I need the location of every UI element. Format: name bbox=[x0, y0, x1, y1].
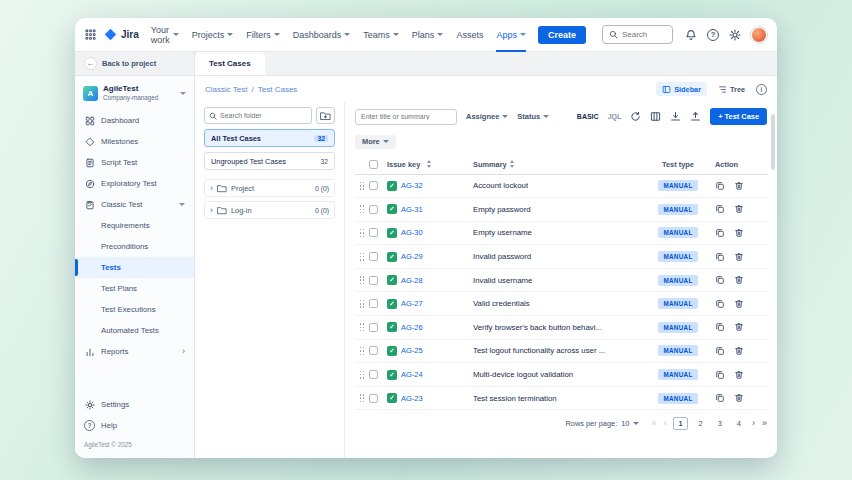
row-checkbox[interactable] bbox=[369, 181, 378, 190]
jql-mode-toggle[interactable]: JQL bbox=[608, 113, 622, 120]
vertical-scrollbar[interactable] bbox=[771, 114, 775, 170]
drag-handle-icon[interactable] bbox=[360, 323, 365, 331]
help-icon[interactable]: ? bbox=[707, 29, 719, 41]
folder-search[interactable] bbox=[204, 107, 312, 124]
prev-page-icon[interactable]: ‹ bbox=[663, 419, 666, 428]
folder-ungrouped-test-cases[interactable]: Ungrouped Test Cases 32 bbox=[204, 152, 335, 170]
app-header[interactable]: A AgileTest Company-managed bbox=[75, 82, 194, 110]
trash-icon[interactable] bbox=[734, 346, 744, 356]
row-checkbox[interactable] bbox=[369, 299, 378, 308]
global-search-input[interactable] bbox=[622, 30, 666, 39]
drag-handle-icon[interactable] bbox=[360, 276, 365, 284]
folder-tree-log-in[interactable]: › Log-in 0 (0) bbox=[204, 201, 335, 219]
sidebar-item-milestones[interactable]: Milestones bbox=[75, 131, 194, 152]
add-folder-icon[interactable] bbox=[316, 107, 335, 124]
notifications-bell-icon[interactable] bbox=[685, 29, 697, 41]
back-arrow-icon[interactable]: ← bbox=[84, 57, 97, 70]
drag-handle-icon[interactable] bbox=[360, 205, 365, 213]
row-checkbox[interactable] bbox=[369, 323, 378, 332]
breadcrumb-parent[interactable]: Classic Test bbox=[205, 85, 248, 94]
drag-handle-icon[interactable] bbox=[360, 300, 365, 308]
clone-icon[interactable] bbox=[715, 299, 725, 309]
clone-icon[interactable] bbox=[715, 228, 725, 238]
issue-key-link[interactable]: AG-23 bbox=[401, 394, 423, 403]
sidebar-toggle-button[interactable]: Sidebar bbox=[656, 82, 707, 96]
sidebar-item-requirements[interactable]: Requirements bbox=[75, 215, 194, 236]
jira-logo[interactable]: Jira bbox=[104, 28, 139, 41]
row-summary[interactable]: Valid credentials bbox=[473, 299, 530, 308]
drag-handle-icon[interactable] bbox=[360, 182, 365, 190]
sidebar-item-script-test[interactable]: Script Test bbox=[75, 152, 194, 173]
basic-mode-toggle[interactable]: BASIC bbox=[577, 113, 599, 120]
row-checkbox[interactable] bbox=[369, 346, 378, 355]
row-summary[interactable]: Empty password bbox=[473, 205, 531, 214]
header-issue-key[interactable]: Issue key bbox=[387, 160, 420, 169]
trash-icon[interactable] bbox=[734, 299, 744, 309]
tab-test-cases[interactable]: Test Cases bbox=[195, 52, 265, 75]
drag-handle-icon[interactable] bbox=[360, 394, 365, 402]
export-icon[interactable] bbox=[690, 111, 701, 122]
trash-icon[interactable] bbox=[734, 370, 744, 380]
back-to-project[interactable]: ← Back to project bbox=[75, 52, 195, 75]
status-filter-dropdown[interactable]: Status bbox=[517, 112, 549, 121]
issue-key-link[interactable]: AG-26 bbox=[401, 323, 423, 332]
clone-icon[interactable] bbox=[715, 370, 725, 380]
sort-icon[interactable] bbox=[510, 160, 514, 168]
sort-icon[interactable] bbox=[427, 160, 431, 168]
clone-icon[interactable] bbox=[715, 393, 725, 403]
row-checkbox[interactable] bbox=[369, 205, 378, 214]
trash-icon[interactable] bbox=[734, 204, 744, 214]
chevron-right-icon[interactable]: › bbox=[210, 206, 213, 215]
row-checkbox[interactable] bbox=[369, 276, 378, 285]
breadcrumb-current[interactable]: Test Cases bbox=[258, 85, 298, 94]
last-page-icon[interactable]: » bbox=[762, 419, 767, 428]
row-summary[interactable]: Invalid username bbox=[473, 276, 532, 285]
folder-tree-project[interactable]: › Project 0 (0) bbox=[204, 179, 335, 197]
assignee-filter-dropdown[interactable]: Assignee bbox=[466, 112, 508, 121]
sidebar-item-settings[interactable]: Settings bbox=[75, 394, 194, 415]
summary-filter-input[interactable] bbox=[361, 113, 451, 120]
select-all-checkbox[interactable] bbox=[369, 160, 378, 169]
first-page-icon[interactable]: « bbox=[651, 419, 656, 428]
sidebar-item-tests[interactable]: Tests bbox=[75, 257, 194, 278]
menu-apps[interactable]: Apps bbox=[496, 18, 526, 52]
folder-search-input[interactable] bbox=[220, 112, 307, 119]
menu-assets[interactable]: Assets bbox=[456, 18, 483, 52]
row-summary[interactable]: Empty username bbox=[473, 228, 532, 237]
trash-icon[interactable] bbox=[734, 393, 744, 403]
row-checkbox[interactable] bbox=[369, 370, 378, 379]
row-summary[interactable]: Account lockout bbox=[473, 181, 528, 190]
row-summary[interactable]: Multi-device logout validation bbox=[473, 370, 573, 379]
refresh-icon[interactable] bbox=[630, 111, 641, 122]
sidebar-item-help[interactable]: ? Help bbox=[75, 415, 194, 436]
row-summary[interactable]: Verify browser's back button behavi... bbox=[473, 323, 602, 332]
clone-icon[interactable] bbox=[715, 275, 725, 285]
page-button[interactable]: 1 bbox=[673, 417, 687, 430]
summary-filter[interactable] bbox=[355, 109, 457, 125]
menu-your-work[interactable]: Your work bbox=[151, 18, 179, 52]
clone-icon[interactable] bbox=[715, 204, 725, 214]
issue-key-link[interactable]: AG-30 bbox=[401, 228, 423, 237]
info-icon[interactable]: i bbox=[756, 84, 767, 95]
add-test-case-button[interactable]: + Test Case bbox=[710, 108, 767, 125]
drag-handle-icon[interactable] bbox=[360, 347, 365, 355]
trash-icon[interactable] bbox=[734, 252, 744, 262]
menu-teams[interactable]: Teams bbox=[363, 18, 399, 52]
sidebar-item-test-plans[interactable]: Test Plans bbox=[75, 278, 194, 299]
drag-handle-icon[interactable] bbox=[360, 253, 365, 261]
trash-icon[interactable] bbox=[734, 275, 744, 285]
sidebar-item-dashboard[interactable]: Dashboard bbox=[75, 110, 194, 131]
rows-per-page-select[interactable]: Rows per page: 10 bbox=[565, 419, 639, 428]
row-checkbox[interactable] bbox=[369, 394, 378, 403]
trash-icon[interactable] bbox=[734, 322, 744, 332]
page-button[interactable]: 4 bbox=[733, 418, 745, 429]
settings-gear-icon[interactable] bbox=[729, 29, 741, 41]
global-search[interactable] bbox=[602, 25, 673, 44]
tree-toggle-button[interactable]: Tree bbox=[714, 82, 749, 96]
menu-filters[interactable]: Filters bbox=[246, 18, 280, 52]
menu-plans[interactable]: Plans bbox=[412, 18, 444, 52]
row-checkbox[interactable] bbox=[369, 228, 378, 237]
sidebar-item-test-executions[interactable]: Test Executions bbox=[75, 299, 194, 320]
issue-key-link[interactable]: AG-24 bbox=[401, 370, 423, 379]
drag-handle-icon[interactable] bbox=[360, 229, 365, 237]
